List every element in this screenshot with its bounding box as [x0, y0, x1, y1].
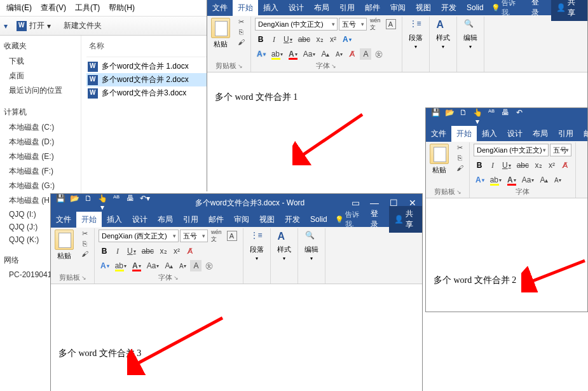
spellcheck-icon[interactable]: ᴬᴮ: [487, 108, 496, 126]
strikethrough-button[interactable]: abc: [515, 160, 531, 171]
nav-item[interactable]: 本地磁盘 (C:): [0, 120, 81, 135]
tab-mailings[interactable]: 邮件: [360, 0, 385, 16]
save-icon[interactable]: 💾: [431, 108, 440, 126]
dialog-launcher-icon[interactable]: ↘: [456, 189, 462, 195]
strikethrough-button[interactable]: abc: [296, 34, 312, 45]
phonetic-guide-button[interactable]: wén文: [209, 230, 224, 242]
undo-icon[interactable]: ↶▾: [140, 194, 149, 212]
enclose-char-button[interactable]: ㊛: [203, 260, 215, 271]
tab-layout[interactable]: 布局: [153, 212, 178, 228]
share-button[interactable]: 👤 共享: [551, 0, 587, 21]
organize-dropdown[interactable]: ▾: [4, 22, 8, 31]
paste-button[interactable]: 粘贴: [55, 230, 74, 261]
enclose-char-button[interactable]: ㊛: [373, 48, 385, 60]
tell-me[interactable]: 💡 告诉我.: [489, 0, 526, 17]
nav-item[interactable]: 本地磁盘 (D:): [0, 135, 81, 149]
save-icon[interactable]: 💾: [56, 194, 65, 212]
text-effects-button[interactable]: A▾: [341, 34, 353, 45]
font-color-button[interactable]: A▾: [505, 174, 518, 186]
change-case-button[interactable]: Aa▾: [520, 174, 537, 186]
tab-file[interactable]: 文件: [207, 0, 233, 16]
font-name-select[interactable]: DengXian (中文正文): [255, 18, 338, 31]
font-color-button[interactable]: A▾: [287, 48, 299, 60]
editing-button[interactable]: 🔍编辑▾: [461, 18, 480, 51]
ribbon-options-icon[interactable]: ▭: [346, 198, 365, 208]
dialog-launcher-icon[interactable]: ↘: [238, 63, 243, 69]
tab-file[interactable]: 文件: [426, 126, 451, 142]
tab-design[interactable]: 设计: [127, 212, 153, 228]
grow-font-button[interactable]: A▴: [163, 260, 175, 271]
grow-font-button[interactable]: A▴: [319, 48, 331, 60]
share-button[interactable]: 👤 共享: [389, 206, 422, 233]
underline-button[interactable]: U▾: [282, 34, 294, 45]
tab-layout[interactable]: 布局: [528, 126, 553, 142]
tab-view[interactable]: 视图: [411, 0, 436, 16]
tab-insert[interactable]: 插入: [258, 0, 284, 16]
text-effects-button[interactable]: A̸: [559, 160, 571, 171]
tab-review[interactable]: 审阅: [229, 212, 254, 228]
highlight-button[interactable]: ab▾: [488, 174, 503, 186]
open-icon[interactable]: 📂: [70, 194, 79, 212]
tab-design[interactable]: 设计: [284, 0, 309, 16]
font-size-select[interactable]: 五号: [339, 18, 367, 31]
subscript-button[interactable]: x₂: [533, 160, 544, 171]
dialog-launcher-icon[interactable]: ↘: [81, 275, 86, 281]
minimize-button[interactable]: —: [365, 198, 384, 208]
nav-item[interactable]: 桌面: [0, 69, 81, 83]
editing-button[interactable]: 🔍编辑▾: [302, 230, 321, 263]
tab-layout[interactable]: 布局: [309, 0, 334, 16]
tab-review[interactable]: 审阅: [385, 0, 411, 16]
change-case-button[interactable]: Aa▾: [301, 48, 318, 60]
phonetic-guide-button[interactable]: wén文: [368, 18, 383, 30]
subscript-button[interactable]: x₂: [314, 34, 325, 45]
dialog-launcher-icon[interactable]: ↘: [331, 63, 336, 69]
highlight-button[interactable]: ab▾: [113, 260, 128, 271]
nav-item[interactable]: 本地磁盘 (F:): [0, 164, 81, 179]
font-name-select[interactable]: DengXian (中文正文): [474, 144, 549, 156]
tab-developer[interactable]: 开发: [280, 212, 305, 228]
paragraph-button[interactable]: ⋮≡段落▾: [406, 18, 425, 51]
underline-button[interactable]: U▾: [125, 245, 138, 257]
nav-item[interactable]: 本地磁盘 (E:): [0, 149, 81, 164]
nav-item[interactable]: 下载: [0, 54, 81, 69]
font-size-select[interactable]: 五号: [180, 230, 208, 242]
styles-button[interactable]: A样式▾: [434, 18, 453, 51]
font-name-select[interactable]: DengXian (西文正文): [99, 230, 179, 242]
touch-mode-icon[interactable]: 👆▾: [98, 194, 107, 212]
tell-me[interactable]: 💡 告诉我.: [332, 210, 366, 229]
nav-item[interactable]: 最近访问的位置: [0, 83, 81, 98]
new-icon[interactable]: 🗋: [84, 194, 93, 212]
text-effects2-button[interactable]: A▾: [99, 260, 111, 271]
tab-home[interactable]: 开始: [233, 0, 258, 16]
italic-button[interactable]: I: [112, 245, 123, 257]
italic-button[interactable]: I: [268, 34, 280, 45]
tab-mailings[interactable]: 邮件: [578, 126, 588, 142]
copy-button[interactable]: ⎘: [79, 240, 90, 249]
character-border-button[interactable]: A: [225, 230, 239, 242]
open-button[interactable]: 打开 ▾: [13, 19, 55, 32]
superscript-button[interactable]: x²: [327, 34, 339, 45]
tab-solid[interactable]: Solid: [305, 212, 332, 226]
styles-button[interactable]: A样式▾: [275, 230, 294, 263]
menu-help[interactable]: 帮助(H): [105, 1, 139, 15]
paste-button[interactable]: 粘贴: [211, 18, 230, 49]
tab-home[interactable]: 开始: [76, 212, 102, 228]
text-effects2-button[interactable]: A▾: [474, 174, 486, 186]
tab-solid[interactable]: Solid: [462, 1, 489, 15]
quickprint-icon[interactable]: 🖶: [126, 194, 135, 212]
login-button[interactable]: 登录: [526, 0, 551, 18]
font-size-select[interactable]: 五号: [550, 144, 571, 156]
text-effects2-button[interactable]: A▾: [255, 48, 268, 60]
grow-font-button[interactable]: A▴: [538, 174, 550, 186]
text-effects-button[interactable]: A̸: [184, 245, 196, 257]
open-icon[interactable]: 📂: [445, 108, 454, 126]
touch-mode-icon[interactable]: 👆▾: [473, 108, 482, 126]
shrink-font-button[interactable]: A▾: [333, 48, 345, 60]
tab-references[interactable]: 引用: [553, 126, 578, 142]
tab-home[interactable]: 开始: [451, 126, 477, 142]
format-painter-button[interactable]: 🖌: [235, 38, 247, 47]
tab-design[interactable]: 设计: [502, 126, 528, 142]
clear-format-button[interactable]: A̸: [346, 48, 358, 60]
paragraph-button[interactable]: ⋮≡段落▾: [247, 230, 266, 263]
shrink-font-button[interactable]: A▾: [552, 174, 563, 186]
